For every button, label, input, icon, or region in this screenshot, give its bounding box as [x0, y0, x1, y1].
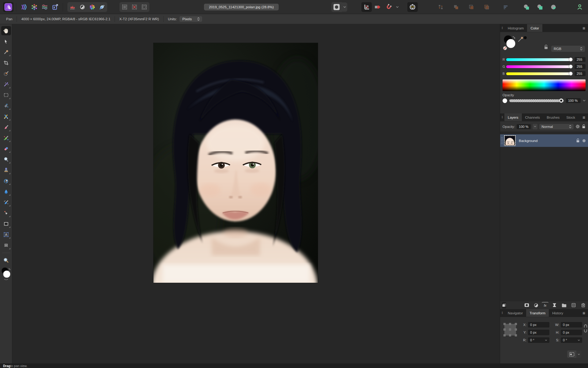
tab-channels[interactable]: Channels — [522, 113, 544, 121]
tab-history[interactable]: History — [549, 309, 567, 317]
auto-contrast-icon[interactable] — [77, 2, 87, 12]
lock-icon[interactable] — [544, 44, 548, 50]
flood-fill-tool[interactable] — [1, 101, 11, 110]
delete-layer-icon[interactable] — [580, 302, 586, 309]
green-slider[interactable] — [506, 65, 572, 68]
opacity-value[interactable]: 100 % — [566, 98, 581, 103]
panel-menu-icon[interactable]: ≡ — [580, 24, 588, 32]
boolean-subtract-icon[interactable] — [535, 2, 545, 12]
layer-thumbnail[interactable] — [504, 135, 516, 146]
auto-levels-icon[interactable] — [68, 2, 77, 12]
green-slider-knob[interactable] — [569, 65, 573, 69]
link-dimensions-icon[interactable] — [584, 324, 587, 332]
blur-brush-tool[interactable] — [1, 187, 11, 196]
marquee-tool[interactable] — [1, 90, 11, 100]
colour-selector-swatches[interactable] — [503, 35, 527, 51]
auto-white-balance-icon[interactable] — [97, 2, 107, 12]
opacity-dropdown-icon[interactable] — [583, 100, 586, 102]
deselect-icon[interactable] — [130, 2, 139, 12]
panel-grip[interactable]: ‖ — [500, 24, 504, 32]
toggle-rotation-icon[interactable] — [372, 2, 383, 12]
red-slider-knob[interactable] — [569, 58, 573, 62]
insert-on-top-icon[interactable] — [451, 2, 461, 12]
canvas-area[interactable] — [12, 24, 500, 363]
red-slider[interactable] — [506, 58, 572, 61]
snapping-magnet-icon[interactable] — [383, 2, 394, 12]
layer-opacity-value[interactable]: 100 % — [517, 124, 531, 129]
blue-value[interactable]: 255 — [575, 71, 586, 76]
colour-spectrum[interactable] — [503, 79, 586, 91]
erase-brush-tool[interactable] — [1, 144, 11, 153]
alignment-icon[interactable] — [500, 2, 511, 12]
paint-brush-tool[interactable] — [1, 123, 11, 132]
add-adjustment-icon[interactable] — [533, 302, 539, 309]
panel-menu-icon[interactable]: ≡ — [580, 309, 588, 317]
add-mask-icon[interactable] — [523, 302, 530, 309]
layer-visibility-toggle[interactable] — [582, 139, 586, 142]
undo-brush-tool[interactable] — [1, 176, 11, 186]
flood-select-tool[interactable] — [1, 80, 11, 89]
x-input[interactable]: 0 px — [528, 322, 549, 328]
tab-layers[interactable]: Layers — [504, 113, 522, 121]
h-input[interactable]: 0 px — [561, 330, 582, 335]
layer-drag-handle[interactable] — [501, 137, 503, 145]
develop-persona-icon[interactable] — [19, 2, 29, 12]
snapping-options-icon[interactable] — [394, 2, 400, 12]
layer-opacity-dropdown-icon[interactable] — [533, 124, 537, 129]
colour-replacement-brush-tool[interactable] — [1, 133, 11, 143]
add-layer-effects-icon[interactable]: fx — [542, 302, 548, 309]
colour-mode-select[interactable]: RGB — [551, 46, 585, 52]
liquify-persona-icon[interactable] — [40, 2, 50, 12]
tab-brushes[interactable]: Brushes — [543, 113, 563, 121]
insert-replace-icon[interactable] — [481, 2, 492, 12]
auto-colours-icon[interactable] — [87, 2, 97, 12]
add-live-filter-icon[interactable] — [551, 302, 558, 309]
blue-slider-knob[interactable] — [569, 72, 573, 76]
dodge-brush-tool[interactable] — [1, 155, 11, 164]
colour-swatches[interactable] — [1, 267, 12, 281]
units-select[interactable]: Pixels — [179, 16, 202, 22]
blend-mode-select[interactable]: Normal — [539, 124, 574, 129]
s-input[interactable]: 0 ° — [561, 337, 582, 343]
insert-behind-icon[interactable] — [435, 2, 446, 12]
y-input[interactable]: 0 px — [528, 330, 549, 335]
document-tab[interactable]: 2019_0525_11421300_polarr.jpg (28.8%) — [204, 4, 278, 10]
mixer-brush-tool[interactable] — [1, 112, 11, 121]
group-layers-icon[interactable] — [561, 302, 567, 309]
layer-locked-icon[interactable] — [576, 138, 580, 143]
tab-navigator[interactable]: Navigator — [504, 309, 526, 317]
move-tool[interactable] — [1, 37, 11, 46]
r-dropdown-icon[interactable] — [545, 339, 547, 341]
boolean-add-icon[interactable] — [521, 2, 532, 12]
tab-stock[interactable]: Stock — [563, 113, 579, 121]
red-value[interactable]: 255 — [575, 57, 586, 62]
boolean-divide-icon[interactable] — [548, 2, 559, 12]
layer-row-background[interactable]: Background — [500, 134, 588, 147]
clone-stamp-tool[interactable] — [1, 166, 11, 175]
photo-document[interactable] — [153, 43, 318, 283]
crop-tool[interactable] — [1, 58, 11, 67]
mask-preview-icon[interactable] — [331, 2, 342, 12]
transform-options-icon[interactable] — [576, 351, 581, 358]
transform-origin-button[interactable] — [567, 351, 576, 358]
opacity-slider-knob[interactable] — [559, 99, 563, 103]
panel-menu-icon[interactable]: ≡ — [580, 113, 588, 121]
mesh-warp-tool[interactable] — [1, 241, 11, 250]
panel-grip[interactable]: ‖ — [500, 309, 504, 317]
invert-selection-icon[interactable] — [139, 2, 149, 12]
insert-inside-icon[interactable] — [466, 2, 477, 12]
tab-histogram[interactable]: Histogram — [504, 24, 527, 32]
blue-slider[interactable] — [506, 72, 572, 75]
s-dropdown-icon[interactable] — [578, 339, 580, 341]
select-all-icon[interactable] — [120, 2, 130, 12]
tab-transform[interactable]: Transform — [526, 309, 549, 317]
pen-tool[interactable] — [1, 209, 11, 218]
sharpen-brush-tool[interactable] — [1, 198, 11, 207]
tab-color[interactable]: Color — [527, 24, 542, 32]
add-pixel-layer-icon[interactable] — [570, 302, 577, 309]
view-tool[interactable] — [1, 26, 11, 35]
toggle-guides-icon[interactable] — [361, 2, 372, 12]
tone-mapping-persona-icon[interactable] — [29, 2, 40, 12]
mask-preview-options-icon[interactable] — [342, 2, 347, 12]
edit-all-layers-icon[interactable] — [502, 302, 506, 309]
